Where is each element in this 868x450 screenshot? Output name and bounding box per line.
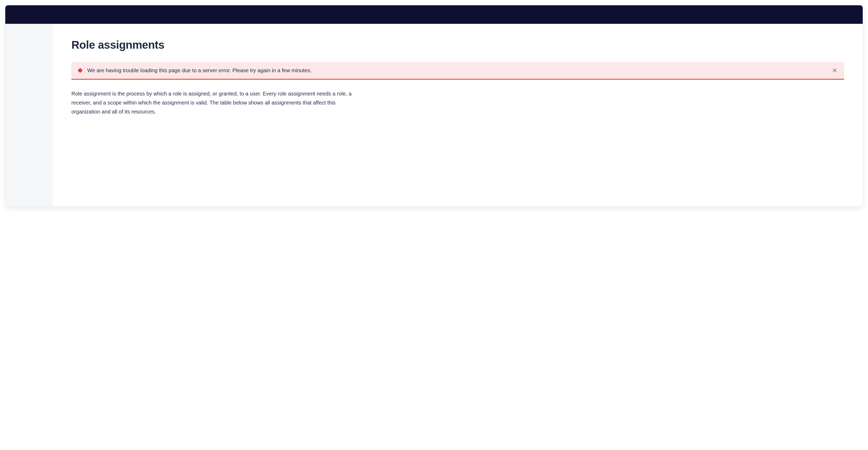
app-frame: Role assignments We are having trouble l…	[5, 5, 863, 206]
error-alert: We are having trouble loading this page …	[71, 62, 844, 80]
top-nav-bar	[5, 5, 863, 24]
close-icon	[832, 68, 837, 73]
alert-close-button[interactable]	[831, 67, 838, 74]
main-content: Role assignments We are having trouble l…	[53, 24, 863, 206]
svg-rect-1	[80, 71, 81, 72]
page-title: Role assignments	[71, 39, 844, 51]
svg-rect-0	[80, 69, 81, 71]
page-description: Role assignment is the process by which …	[71, 89, 362, 116]
error-icon	[77, 67, 83, 73]
body-area: Role assignments We are having trouble l…	[5, 24, 863, 206]
sidebar	[5, 24, 53, 206]
error-message: We are having trouble loading this page …	[87, 67, 827, 74]
